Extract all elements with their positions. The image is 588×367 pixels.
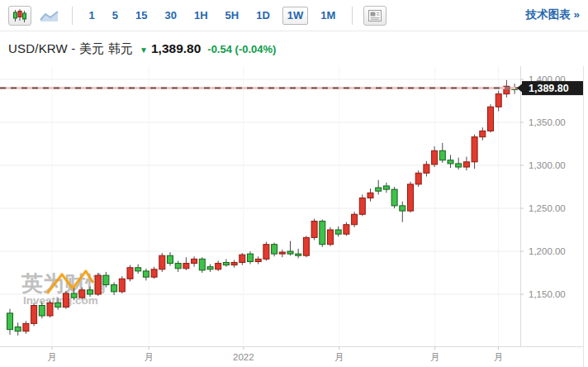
candle	[95, 273, 101, 296]
candle-body	[207, 267, 213, 269]
candle-body	[263, 245, 269, 260]
candle-body	[143, 271, 149, 277]
candle	[311, 218, 317, 240]
line-chart-button[interactable]	[38, 6, 61, 26]
candle	[391, 187, 397, 208]
candle	[320, 220, 325, 247]
timeframe-30[interactable]: 30	[159, 7, 181, 25]
chart-toolbar: 1515301H5H1D1W1M 技术图表 »	[0, 0, 588, 31]
tag-pointer	[517, 84, 522, 93]
axes	[0, 66, 584, 367]
change-percent: (-0.04%)	[235, 43, 277, 55]
technical-chart-link[interactable]: 技术图表 »	[526, 7, 580, 22]
candle	[248, 251, 254, 265]
candle	[439, 143, 445, 163]
candle	[63, 291, 69, 309]
candle-body	[368, 193, 373, 198]
timeframe-15[interactable]: 15	[130, 7, 152, 25]
candle	[328, 227, 334, 246]
candle	[183, 257, 189, 270]
timeframe-1d[interactable]: 1D	[251, 7, 275, 25]
candle	[207, 265, 213, 272]
candlestick-chart-canvas[interactable]: 英为财情Investing.com1,400.001,350.001,300.0…	[0, 66, 588, 367]
candle	[424, 161, 429, 177]
candle	[368, 188, 373, 202]
timeframe-5h[interactable]: 5H	[220, 7, 244, 25]
candle-body	[383, 186, 389, 189]
timeframe-selector: 1515301H5H1D1W1M	[80, 7, 344, 25]
candle	[376, 180, 382, 195]
candle-body	[255, 259, 261, 261]
candle	[135, 265, 141, 274]
y-tick-label: 1,200.00	[529, 246, 566, 256]
candle	[463, 157, 469, 171]
candle	[199, 257, 205, 273]
news-layout-button[interactable]	[363, 6, 386, 26]
x-tick-label: 月	[494, 352, 504, 362]
candle	[175, 260, 181, 272]
candle-body	[15, 327, 21, 331]
candle	[480, 127, 486, 141]
candle-body	[344, 225, 349, 234]
candle-body	[88, 290, 93, 294]
candle-body	[480, 131, 486, 136]
instrument-chart-widget: 1515301H5H1D1W1M 技术图表 » USD/KRW - 美元 韩元 …	[0, 0, 588, 367]
news-page-icon	[368, 10, 382, 21]
candle-body	[296, 254, 301, 255]
candle-body	[151, 269, 157, 277]
timeframe-5[interactable]: 5	[107, 7, 123, 25]
timeframe-1h[interactable]: 1H	[189, 7, 213, 25]
tag-price: 1,389.80	[529, 83, 569, 94]
candle-body	[223, 263, 229, 265]
candle-body	[168, 255, 173, 263]
candle-body	[352, 214, 358, 224]
candle	[216, 260, 221, 270]
candle	[151, 267, 157, 279]
candle-body	[199, 259, 205, 270]
candle-body	[183, 264, 189, 269]
candle	[488, 104, 494, 132]
candle-body	[376, 188, 382, 191]
candle-body	[55, 303, 61, 307]
candle-body	[448, 160, 453, 164]
candle-body	[439, 150, 445, 160]
candle	[239, 253, 245, 265]
candle	[272, 243, 277, 257]
instrument-header: USD/KRW - 美元 韩元 ▼ 1,389.80 -0.54 (-0.04%…	[0, 31, 588, 66]
candle	[496, 91, 501, 112]
y-axis-labels: 1,400.001,350.001,300.001,250.001,200.00…	[520, 74, 566, 299]
candle-body	[287, 251, 293, 254]
candle-body	[63, 293, 69, 307]
candle-body	[175, 264, 181, 269]
y-tick-label: 1,250.00	[529, 203, 566, 213]
candle	[47, 300, 53, 317]
candle-body	[7, 313, 13, 330]
candle	[23, 321, 29, 334]
timeframe-1m[interactable]: 1M	[315, 7, 340, 25]
candle-body	[496, 94, 501, 107]
change-value: -0.54	[207, 43, 232, 55]
candle-body	[159, 255, 165, 269]
candle	[400, 202, 405, 222]
y-tick-label: 1,350.00	[529, 117, 566, 127]
candle-body	[71, 293, 77, 298]
timeframe-1w[interactable]: 1W	[282, 7, 309, 25]
toolbar-divider	[72, 7, 73, 25]
candlestick-chart-button[interactable]	[8, 6, 31, 26]
candle	[127, 265, 133, 282]
candle	[415, 170, 421, 187]
candle-body	[103, 275, 109, 284]
candle-body	[488, 107, 494, 131]
candle	[472, 135, 477, 169]
price-chart[interactable]: 英为财情Investing.com1,400.001,350.001,300.0…	[0, 66, 588, 367]
timeframe-1[interactable]: 1	[84, 7, 100, 25]
last-price: 1,389.80	[151, 41, 201, 56]
candle	[448, 155, 453, 169]
candle-body	[279, 252, 285, 254]
candle-body	[39, 306, 45, 316]
candle-body	[216, 264, 221, 269]
candlesticks	[7, 80, 518, 336]
line-chart-icon	[40, 9, 59, 22]
candle	[15, 322, 21, 336]
candle	[7, 309, 13, 335]
